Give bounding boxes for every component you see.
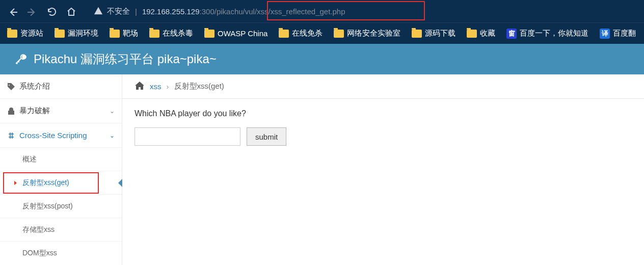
sidebar-sub-reflected-get[interactable]: 反射型xss(get) xyxy=(0,171,122,195)
key-icon xyxy=(14,52,28,66)
bookmark-item[interactable]: 资源站 xyxy=(7,29,43,38)
form-row: submit xyxy=(135,127,632,146)
sidebar-item-xss[interactable]: Cross-Site Scripting ⌄ xyxy=(0,123,122,148)
home-icon xyxy=(66,7,75,16)
content-area: xss › 反射型xss(get) Which NBA player do yo… xyxy=(122,74,644,265)
home-icon[interactable] xyxy=(135,81,145,92)
bookmark-item[interactable]: 靶场 xyxy=(110,29,138,38)
sidebar-item-intro[interactable]: 系统介绍 xyxy=(0,74,122,99)
breadcrumb: xss › 反射型xss(get) xyxy=(122,74,644,99)
folder-icon xyxy=(149,30,159,38)
bookmark-item[interactable]: OWASP China xyxy=(204,29,267,38)
arrow-right-icon xyxy=(28,7,37,16)
forward-button[interactable] xyxy=(23,3,41,20)
url-path: /pikachu/vul/xss/xss_reflected_get.php xyxy=(214,7,345,16)
translate-icon: 译 xyxy=(600,29,610,39)
breadcrumb-category[interactable]: xss xyxy=(150,82,162,91)
main-layout: 系统介绍 暴力破解 ⌄ Cross-Site Scripting ⌄ 概述 反射… xyxy=(0,74,644,265)
home-button[interactable] xyxy=(62,3,79,20)
bookmark-item[interactable]: 在线免杀 xyxy=(279,29,323,38)
chevron-down-icon: ⌄ xyxy=(110,108,115,115)
folder-icon xyxy=(55,30,65,38)
folder-icon xyxy=(334,30,344,38)
question-text: Which NBA player do you like? xyxy=(135,109,632,118)
app-header: Pikachu 漏洞练习平台 pika~pika~ xyxy=(0,44,644,74)
sidebar: 系统介绍 暴力破解 ⌄ Cross-Site Scripting ⌄ 概述 反射… xyxy=(0,74,122,265)
bookmark-item[interactable]: 漏洞环境 xyxy=(55,29,98,38)
submit-button[interactable]: submit xyxy=(247,127,286,146)
separator: | xyxy=(135,7,137,16)
address-bar[interactable]: 不安全 | 192.168.255.129:300/pikachu/vul/xs… xyxy=(94,3,640,20)
baidu-icon: 窗 xyxy=(506,29,517,39)
hash-icon xyxy=(7,131,15,140)
insecure-label: 不安全 xyxy=(107,7,130,16)
bookmarks-bar: 资源站 漏洞环境 靶场 在线杀毒 OWASP China 在线免杀 网络安全实验… xyxy=(0,22,644,44)
content-body: Which NBA player do you like? submit xyxy=(122,99,644,156)
refresh-button[interactable] xyxy=(43,3,60,20)
folder-icon xyxy=(204,30,214,38)
chevron-down-icon: ⌄ xyxy=(110,132,115,139)
sidebar-sub-overview[interactable]: 概述 xyxy=(0,148,122,171)
sidebar-sub-stored[interactable]: 存储型xss xyxy=(0,218,122,242)
arrow-left-icon xyxy=(8,7,17,16)
url-port: :300 xyxy=(200,7,214,16)
back-button[interactable] xyxy=(4,3,21,20)
sidebar-sub-reflected-post[interactable]: 反射型xss(post) xyxy=(0,195,122,218)
bookmark-item[interactable]: 网络安全实验室 xyxy=(334,29,400,38)
bookmark-item[interactable]: 收藏 xyxy=(467,29,495,38)
app-title: Pikachu 漏洞练习平台 pika~pika~ xyxy=(34,51,217,67)
caret-right-icon xyxy=(14,181,17,185)
breadcrumb-separator: › xyxy=(167,82,169,91)
player-input[interactable] xyxy=(135,127,240,146)
refresh-icon xyxy=(47,7,56,16)
lock-icon xyxy=(7,107,15,115)
tag-icon xyxy=(7,83,15,91)
sidebar-item-bruteforce[interactable]: 暴力破解 ⌄ xyxy=(0,99,122,123)
folder-icon xyxy=(412,30,422,38)
folder-icon xyxy=(467,30,477,38)
folder-icon xyxy=(110,30,120,38)
folder-icon xyxy=(7,30,17,38)
warning-icon xyxy=(94,6,103,17)
sidebar-sub-dom[interactable]: DOM型xss xyxy=(0,242,122,265)
bookmark-item[interactable]: 在线杀毒 xyxy=(149,29,193,38)
bookmark-item[interactable]: 源码下载 xyxy=(412,29,455,38)
browser-nav-bar: 不安全 | 192.168.255.129:300/pikachu/vul/xs… xyxy=(0,0,644,22)
url-host: 192.168.255.129 xyxy=(142,7,200,16)
bookmark-item[interactable]: 窗百度一下，你就知道 xyxy=(506,29,588,39)
folder-icon xyxy=(279,30,289,38)
bookmark-item[interactable]: 译百度翻 xyxy=(600,29,636,39)
breadcrumb-page: 反射型xss(get) xyxy=(174,82,224,91)
